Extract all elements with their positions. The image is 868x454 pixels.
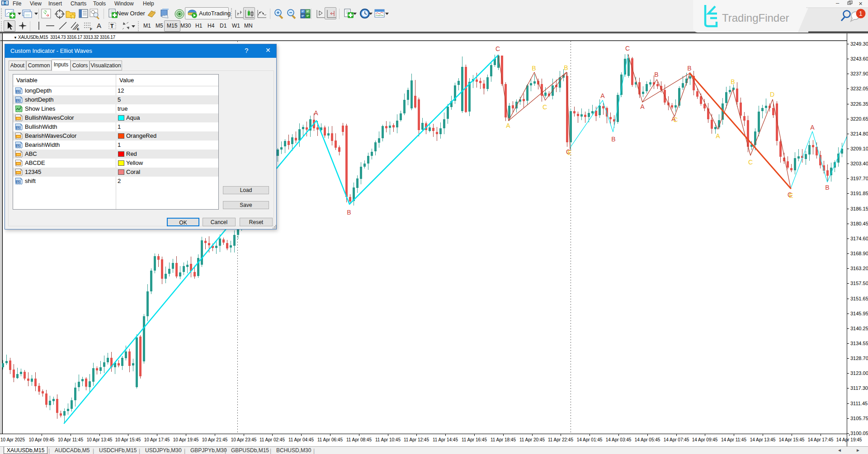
svg-text:E: E bbox=[789, 192, 793, 199]
svg-text:B: B bbox=[347, 209, 351, 216]
svg-text:B: B bbox=[611, 136, 615, 143]
svg-text:✕: ✕ bbox=[859, 1, 863, 6]
svg-text:B: B bbox=[825, 184, 829, 191]
svg-text:A: A bbox=[600, 92, 605, 99]
svg-text:A: A bbox=[640, 103, 645, 110]
svg-text:C: C bbox=[748, 159, 753, 166]
svg-text:B: B bbox=[532, 65, 536, 72]
svg-text:T: T bbox=[110, 23, 114, 29]
svg-text:E: E bbox=[567, 149, 571, 156]
svg-text:B: B bbox=[654, 71, 658, 78]
svg-text:F: F bbox=[90, 27, 92, 31]
svg-text:C: C bbox=[542, 103, 547, 111]
svg-text:B: B bbox=[564, 64, 568, 71]
svg-text:D: D bbox=[770, 91, 774, 98]
svg-text:A: A bbox=[810, 124, 815, 131]
svg-text:C: C bbox=[625, 45, 630, 52]
svg-text:123: 123 bbox=[16, 90, 22, 93]
svg-text:123: 123 bbox=[16, 144, 22, 147]
svg-text:123: 123 bbox=[16, 180, 22, 183]
svg-text:A: A bbox=[506, 122, 510, 129]
svg-text:–: – bbox=[836, 0, 840, 6]
svg-text:1: 1 bbox=[859, 10, 863, 17]
svg-text:B: B bbox=[731, 78, 735, 85]
svg-text:A: A bbox=[716, 132, 720, 140]
svg-text:A: A bbox=[314, 109, 318, 117]
svg-text:TradingFinder: TradingFinder bbox=[722, 12, 789, 24]
svg-text:C: C bbox=[673, 116, 678, 123]
svg-text:123: 123 bbox=[16, 99, 22, 102]
svg-text:E: E bbox=[77, 27, 80, 31]
svg-text:B: B bbox=[687, 65, 691, 72]
svg-text:C: C bbox=[495, 45, 500, 52]
svg-text:123: 123 bbox=[16, 126, 22, 129]
